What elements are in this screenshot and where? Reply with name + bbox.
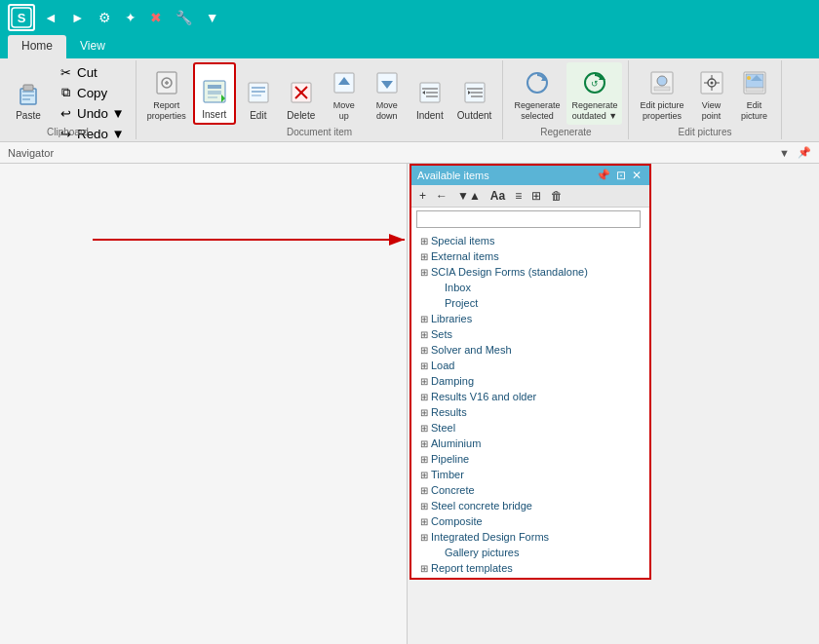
delete-tool-btn[interactable]: 🗑 [547,187,566,205]
tree-item-project[interactable]: ⊞ Project [411,295,649,311]
expand-sets[interactable]: ⊞ [417,327,431,341]
tools-quick-btn[interactable]: 🔧 [171,7,197,28]
tab-view[interactable]: View [66,35,119,58]
tree-item-timber[interactable]: ⊞ Timber [411,467,649,482]
move-up-button[interactable]: Moveup [324,62,365,125]
svg-rect-18 [252,91,265,93]
tree-item-results[interactable]: ⊞ Results [411,404,649,420]
expand-solver-mesh[interactable]: ⊞ [417,343,431,357]
results-label: Results [431,406,467,418]
svg-point-55 [747,76,751,80]
left-panel [0,164,408,644]
search-input[interactable] [416,210,641,228]
svg-rect-5 [22,95,34,96]
svg-rect-43 [654,87,670,91]
tree-item-inbox[interactable]: ⊞ Inbox [411,280,649,295]
tree-item-steel[interactable]: ⊞ Steel [411,420,649,436]
panel-toolbar: + ← ▼▲ Aa ≡ ⊞ 🗑 [411,185,649,208]
undo-quick-btn[interactable]: ◄ [39,7,62,28]
regenerate-label: Regenerate [540,127,591,137]
edit-button[interactable]: Edit [238,62,279,125]
solver-mesh-label: Solver and Mesh [431,344,512,356]
expand-scia-design-forms[interactable]: ⊞ [417,265,431,279]
delete-button[interactable]: Delete [281,62,322,125]
list-tool-btn[interactable]: ≡ [511,187,526,205]
tree-item-gallery-pictures[interactable]: ⊞ Gallery pictures [411,545,649,560]
expand-concrete[interactable]: ⊞ [417,483,431,497]
close-quick-btn[interactable]: ✖ [145,7,167,28]
edit-picture-label: Editpicture [741,100,767,122]
expand-composite[interactable]: ⊞ [417,514,431,528]
paste-icon [13,77,44,108]
panel-pin-btn[interactable]: 📌 [594,169,612,182]
pipeline-label: Pipeline [431,453,469,465]
edit-picture-properties-button[interactable]: Edit pictureproperties [635,62,688,125]
move-down-button[interactable]: Movedown [367,62,408,125]
panel-close-btn[interactable]: ✕ [630,169,644,182]
filter-tool-btn[interactable]: ▼▲ [453,187,485,205]
indent-button[interactable]: Indent [410,62,450,125]
tree-item-solver-mesh[interactable]: ⊞ Solver and Mesh [411,342,649,358]
expand-aluminium[interactable]: ⊞ [417,436,431,450]
tree-item-composite[interactable]: ⊞ Composite [411,513,649,529]
tree-item-sets[interactable]: ⊞ Sets [411,326,649,342]
expand-external-items[interactable]: ⊞ [417,249,431,263]
expand-timber[interactable]: ⊞ [417,468,431,481]
copy-button[interactable]: ⧉ Copy [53,83,130,102]
undo-button[interactable]: ↩ Undo ▼ [53,103,130,123]
tree-item-integrated-design-forms[interactable]: ⊞ Integrated Design Forms [411,529,649,545]
scia-design-forms-label: SCIA Design Forms (standalone) [431,266,588,278]
tree-item-external-items[interactable]: ⊞ External items [411,248,649,264]
tree-item-aluminium[interactable]: ⊞ Aluminium [411,436,649,451]
settings-quick-btn[interactable]: ⚙ [94,7,116,28]
panel-dock-btn[interactable]: ⊡ [614,169,628,182]
paste-button[interactable]: Paste [6,62,51,125]
expand-steel[interactable]: ⊞ [417,421,431,435]
outdent-button[interactable]: Outdent [452,62,497,125]
regen-selected-button[interactable]: Regenerateselected [509,62,565,125]
report-properties-button[interactable]: Reportproperties [142,62,191,125]
expand-report-templates[interactable]: ⊞ [417,561,431,575]
tree-item-pipeline[interactable]: ⊞ Pipeline [411,451,649,467]
expand-load[interactable]: ⊞ [417,359,431,372]
tree-item-scia-design-forms[interactable]: ⊞ SCIA Design Forms (standalone) [411,264,649,280]
grid-tool-btn[interactable]: ⊞ [527,187,545,205]
tree-item-report-templates[interactable]: ⊞ Report templates [411,560,649,576]
svg-rect-13 [208,91,221,95]
back-tool-btn[interactable]: ← [432,187,451,205]
tree-item-steel-concrete-bridge[interactable]: ⊞ Steel concrete bridge [411,498,649,513]
expand-steel-concrete-bridge[interactable]: ⊞ [417,499,431,512]
tree-item-special-items[interactable]: ⊞ Special items [411,233,649,248]
expand-special-items[interactable]: ⊞ [417,234,431,247]
expand-pipeline[interactable]: ⊞ [417,452,431,466]
expand-integrated-design-forms[interactable]: ⊞ [417,530,431,544]
insert-button[interactable]: Insert [193,62,236,125]
tree-item-load[interactable]: ⊞ Load [411,358,649,373]
tree-item-concrete[interactable]: ⊞ Concrete [411,482,649,498]
svg-rect-56 [746,88,763,92]
view-point-button[interactable]: Viewpoint [691,62,732,125]
expand-results[interactable]: ⊞ [417,405,431,419]
tree-item-results-v16[interactable]: ⊞ Results V16 and older [411,389,649,404]
navigator-pin-btn[interactable]: 📌 [798,146,811,159]
copy-icon: ⧉ [58,85,73,100]
tree-item-libraries[interactable]: ⊞ Libraries [411,311,649,326]
navigator-dropdown-btn[interactable]: ▼ [779,147,790,159]
expand-libraries[interactable]: ⊞ [417,312,431,325]
expand-damping[interactable]: ⊞ [417,374,431,388]
expand-results-v16[interactable]: ⊞ [417,390,431,403]
cut-button[interactable]: ✂ Cut [53,62,130,82]
add-tool-btn[interactable]: + [415,187,430,205]
more-quick-btn[interactable]: ▼ [201,7,224,28]
tab-home[interactable]: Home [8,35,66,58]
copy-label: Copy [77,86,107,100]
tree-item-damping[interactable]: ⊞ Damping [411,373,649,389]
edit-picture-button[interactable]: Editpicture [734,62,775,125]
view-point-label: Viewpoint [702,100,722,122]
panel-tree: ⊞ Special items ⊞ External items ⊞ SCIA … [411,231,649,578]
star-quick-btn[interactable]: ✦ [120,7,141,28]
redo-quick-btn[interactable]: ► [66,7,90,28]
regen-outdated-button[interactable]: ↺ Regenerateoutdated ▼ [566,62,622,125]
text-tool-btn[interactable]: Aa [487,187,509,205]
edit-icon [243,77,274,108]
